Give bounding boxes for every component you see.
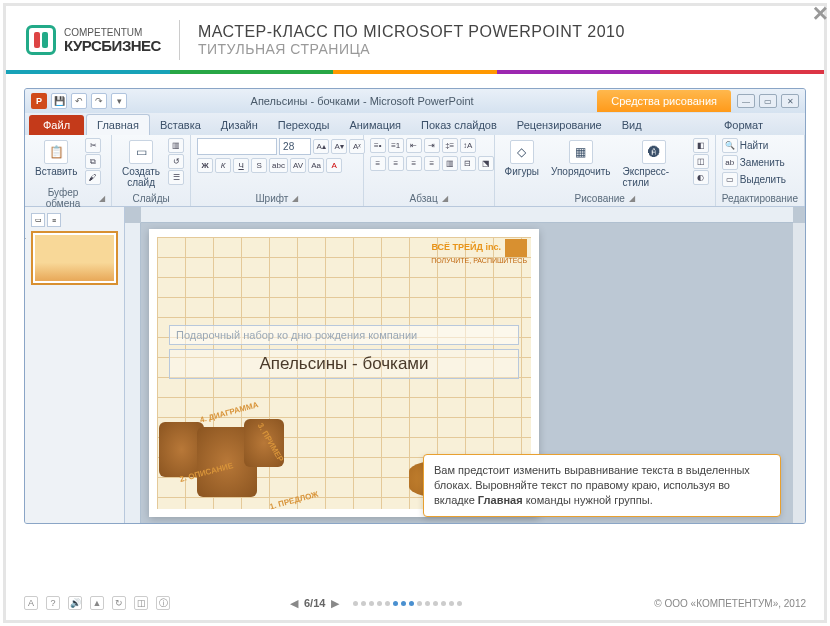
- replace-button[interactable]: ab: [722, 155, 738, 170]
- underline-icon[interactable]: Ч: [233, 158, 249, 173]
- clipboard-launcher-icon[interactable]: ◢: [99, 194, 105, 203]
- slides-tab-icon[interactable]: ▭: [31, 213, 45, 227]
- ruler-horizontal: [141, 207, 793, 223]
- close-icon[interactable]: ×: [813, 0, 828, 29]
- nav-help-icon[interactable]: ?: [46, 596, 60, 610]
- vertical-scrollbar[interactable]: [793, 223, 805, 524]
- nav-refresh-icon[interactable]: ↻: [112, 596, 126, 610]
- arrange-button[interactable]: ▦Упорядочить: [547, 138, 615, 179]
- pager: ◀ 6/14 ▶: [290, 597, 462, 610]
- shape-outline-icon[interactable]: ◫: [693, 154, 709, 169]
- shrink-font-icon[interactable]: A▾: [331, 139, 347, 154]
- italic-icon[interactable]: К: [215, 158, 231, 173]
- group-slides: ▭Создать слайд ▥ ↺ ☰ Слайды: [112, 135, 191, 206]
- powerpoint-window: P 💾 ↶ ↷ ▾ Апельсины - бочками - Microsof…: [24, 88, 806, 524]
- strike-icon[interactable]: S: [251, 158, 267, 173]
- justify-icon[interactable]: ≡: [424, 156, 440, 171]
- nav-toc-icon[interactable]: A: [24, 596, 38, 610]
- paragraph-launcher-icon[interactable]: ◢: [442, 194, 448, 203]
- course-header: COMPETENTUM КУРСБИЗНЕС МАСТЕР-КЛАСС ПО M…: [6, 6, 824, 70]
- file-tab[interactable]: Файл: [29, 115, 84, 135]
- tab-view[interactable]: Вид: [612, 115, 652, 135]
- instruction-tooltip: Вам предстоит изменить выравнивание текс…: [423, 454, 781, 517]
- new-slide-button[interactable]: ▭Создать слайд: [118, 138, 164, 190]
- logo: COMPETENTUM КУРСБИЗНЕС: [26, 25, 161, 55]
- tab-insert[interactable]: Вставка: [150, 115, 211, 135]
- increase-indent-icon[interactable]: ⇥: [424, 138, 440, 153]
- minimize-icon[interactable]: —: [737, 94, 755, 108]
- undo-icon[interactable]: ↶: [71, 93, 87, 109]
- save-icon[interactable]: 💾: [51, 93, 67, 109]
- layout-icon[interactable]: ▥: [168, 138, 184, 153]
- nav-info-icon[interactable]: ⓘ: [156, 596, 170, 610]
- select-button[interactable]: ▭: [722, 172, 738, 187]
- nav-sound-icon[interactable]: 🔊: [68, 596, 82, 610]
- text-direction-icon[interactable]: ↕A: [460, 138, 476, 153]
- font-family-select[interactable]: [197, 138, 277, 155]
- tab-animation[interactable]: Анимация: [339, 115, 411, 135]
- paste-button[interactable]: 📋Вставить: [31, 138, 81, 179]
- bold-icon[interactable]: Ж: [197, 158, 213, 173]
- close-window-icon[interactable]: ✕: [781, 94, 799, 108]
- decrease-indent-icon[interactable]: ⇤: [406, 138, 422, 153]
- ribbon-tabs: Файл Главная Вставка Дизайн Переходы Ани…: [25, 113, 805, 135]
- numbering-icon[interactable]: ≡1: [388, 138, 404, 153]
- align-center-icon[interactable]: ≡: [388, 156, 404, 171]
- align-text-icon[interactable]: ⊟: [460, 156, 476, 171]
- tab-review[interactable]: Рецензирование: [507, 115, 612, 135]
- page-indicator: 6/14: [304, 597, 325, 609]
- tab-format[interactable]: Формат: [712, 115, 775, 135]
- tab-home[interactable]: Главная: [86, 114, 150, 135]
- group-paragraph: ≡• ≡1 ⇤ ⇥ ‡≡ ↕A ≡ ≡ ≡ ≡ ▥ ⊟ ⬔: [364, 135, 495, 206]
- nav-up-icon[interactable]: ▲: [90, 596, 104, 610]
- course-title: МАСТЕР-КЛАСС ПО MICROSOFT POWERPOINT 201…: [198, 23, 625, 41]
- case-icon[interactable]: Aa: [308, 158, 324, 173]
- logo-small-text: COMPETENTUM: [64, 28, 161, 38]
- spacing-icon[interactable]: AV: [290, 158, 306, 173]
- shadow-icon[interactable]: abc: [269, 158, 288, 173]
- qat-dropdown-icon[interactable]: ▾: [111, 93, 127, 109]
- tab-slideshow[interactable]: Показ слайдов: [411, 115, 507, 135]
- titlebar: P 💾 ↶ ↷ ▾ Апельсины - бочками - Microsof…: [25, 89, 805, 113]
- slide-thumbnail[interactable]: [31, 231, 118, 285]
- font-color-icon[interactable]: A: [326, 158, 342, 173]
- logo-mark-icon: [26, 25, 56, 55]
- outline-tab-icon[interactable]: ≡: [47, 213, 61, 227]
- shape-effects-icon[interactable]: ◐: [693, 170, 709, 185]
- columns-icon[interactable]: ▥: [442, 156, 458, 171]
- logo-big-text: КУРСБИЗНЕС: [64, 38, 161, 53]
- align-right-icon[interactable]: ≡: [406, 156, 422, 171]
- find-button[interactable]: 🔍: [722, 138, 738, 153]
- section-icon[interactable]: ☰: [168, 170, 184, 185]
- tab-design[interactable]: Дизайн: [211, 115, 268, 135]
- format-painter-icon[interactable]: 🖌: [85, 170, 101, 185]
- restore-icon[interactable]: ▭: [759, 94, 777, 108]
- powerpoint-icon[interactable]: P: [31, 93, 47, 109]
- ribbon: 📋Вставить ✂ ⧉ 🖌 Буфер обмена◢ ▭Создать с…: [25, 135, 805, 207]
- nav-bookmark-icon[interactable]: ◫: [134, 596, 148, 610]
- font-size-select[interactable]: 28: [279, 138, 311, 155]
- pager-next-icon[interactable]: ▶: [331, 597, 339, 610]
- shapes-button[interactable]: ◇Фигуры: [501, 138, 543, 179]
- smartart-icon[interactable]: ⬔: [478, 156, 494, 171]
- align-left-icon[interactable]: ≡: [370, 156, 386, 171]
- cut-icon[interactable]: ✂: [85, 138, 101, 153]
- shape-fill-icon[interactable]: ◧: [693, 138, 709, 153]
- quick-styles-button[interactable]: 🅐Экспресс-стили: [619, 138, 689, 190]
- bullets-icon[interactable]: ≡•: [370, 138, 386, 153]
- selected-textbox-title[interactable]: Апельсины - бочками: [169, 349, 519, 379]
- course-footer: A ? 🔊 ▲ ↻ ◫ ⓘ ◀ 6/14 ▶ © ООО «КОМПЕТЕНТУ…: [24, 596, 806, 610]
- drawing-launcher-icon[interactable]: ◢: [629, 194, 635, 203]
- tab-transitions[interactable]: Переходы: [268, 115, 340, 135]
- company-badge: ВСЁ ТРЕЙД inc. ПОЛУЧИТЕ, РАСПИШИТЕСЬ: [431, 239, 527, 264]
- line-spacing-icon[interactable]: ‡≡: [442, 138, 458, 153]
- window-title: Апельсины - бочками - Microsoft PowerPoi…: [127, 95, 597, 107]
- copy-icon[interactable]: ⧉: [85, 154, 101, 169]
- font-launcher-icon[interactable]: ◢: [292, 194, 298, 203]
- clear-format-icon[interactable]: Aᵡ: [349, 139, 365, 154]
- grow-font-icon[interactable]: A▴: [313, 139, 329, 154]
- reset-icon[interactable]: ↺: [168, 154, 184, 169]
- selected-textbox-subtitle[interactable]: Подарочный набор ко дню рождения компани…: [169, 325, 519, 345]
- pager-prev-icon[interactable]: ◀: [290, 597, 298, 610]
- redo-icon[interactable]: ↷: [91, 93, 107, 109]
